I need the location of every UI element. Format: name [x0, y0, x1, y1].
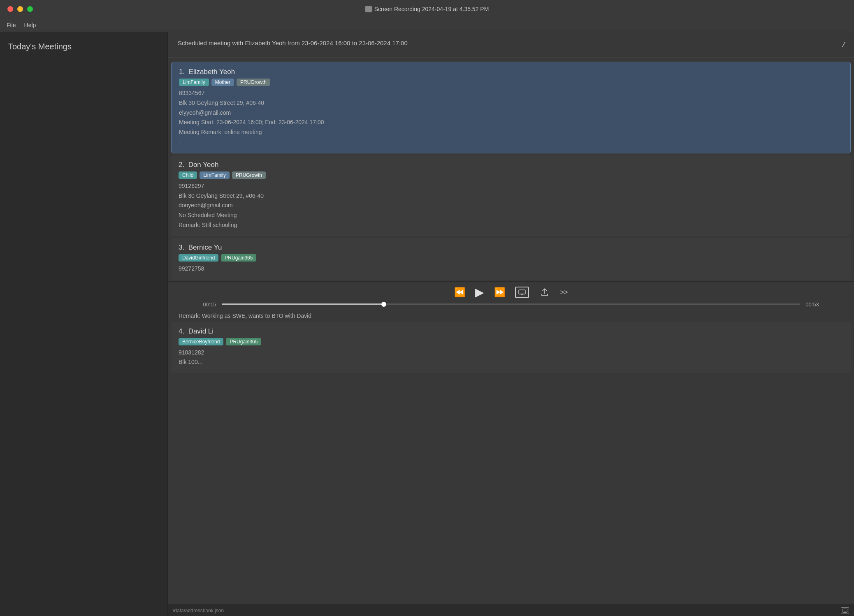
contact-info-3: 99272758 — [179, 264, 843, 274]
contact-tags-3: DavidGirlfriend PRUgain365 — [179, 254, 843, 262]
contact-info-4: 91031282 Blk 100... — [179, 348, 843, 368]
phone-4: 91031282 — [179, 348, 843, 358]
tag-limfamily-2: LimFamily — [200, 171, 230, 179]
maximize-button[interactable] — [27, 6, 33, 12]
contact-info-2: 99126297 Blk 30 Geylang Street 29, #06-4… — [179, 181, 843, 230]
sidebar-title: Today's Meetings — [8, 42, 159, 51]
minimize-button[interactable] — [17, 6, 23, 12]
tag-berniceboy: BerniceBoyfriend — [179, 338, 223, 345]
email-1: elyyeoh@gmail.com — [179, 108, 843, 118]
contact-tags-1: LimFamily Mother PRUGrowth — [179, 79, 843, 86]
tag-davidgf: DavidGirlfriend — [179, 254, 218, 262]
total-time: 00:53 — [805, 301, 820, 308]
titlebar: Screen Recording 2024-04-19 at 4.35.52 P… — [0, 0, 854, 18]
meeting-time-1: Meeting Start: 23-06-2024 16:00; End: 23… — [179, 118, 843, 127]
tag-limfamily: LimFamily — [179, 79, 209, 86]
meeting-remark-1: Meeting Remark: online meeting — [179, 127, 843, 137]
contact-card-1[interactable]: 1. Elizabeth Yeoh LimFamily Mother PRUGr… — [171, 62, 851, 153]
email-2: donyeoh@gmail.com — [179, 201, 843, 211]
statusbar-path: /data/addressbook.json — [173, 608, 224, 614]
address-1: Blk 30 Geylang Street 29, #06-40 — [179, 98, 843, 108]
more-button[interactable]: >> — [560, 289, 568, 296]
tag-child: Child — [179, 171, 197, 179]
extra-1: - — [179, 137, 843, 147]
svg-rect-0 — [519, 290, 525, 294]
play-button[interactable]: ▶ — [475, 287, 484, 298]
svg-rect-2 — [843, 609, 847, 612]
contact-card-4[interactable]: 4. David Li BerniceBoyfriend PRUgain365 … — [171, 322, 851, 373]
tag-prugrowth-2: PRUGrowth — [232, 171, 266, 179]
contact-card-2[interactable]: 2. Don Yeoh Child LimFamily PRUGrowth 99… — [171, 155, 851, 236]
menubar: File Help — [0, 18, 854, 32]
svg-marker-1 — [520, 294, 524, 295]
cursor-icon: 𝐼 — [842, 40, 844, 49]
media-controls: ⏪ ▶ ⏩ >> — [454, 287, 568, 298]
tag-prugain-4: PRUgain365 — [226, 338, 261, 345]
contact-name-2: 2. Don Yeoh — [179, 161, 843, 169]
share-button[interactable] — [539, 287, 550, 298]
sidebar: Today's Meetings — [0, 32, 168, 616]
rewind-button[interactable]: ⏪ — [454, 288, 465, 297]
contact-remark-3: Remark: Working as SWE, wants to BTO wit… — [168, 311, 854, 322]
menu-help[interactable]: Help — [24, 22, 36, 28]
fast-forward-button[interactable]: ⏩ — [494, 288, 505, 297]
contact-tags-2: Child LimFamily PRUGrowth — [179, 171, 843, 179]
statusbar: /data/addressbook.json — [168, 604, 854, 616]
phone-1: 89334567 — [179, 88, 843, 98]
tag-prugain: PRUgain365 — [221, 254, 256, 262]
expand-button[interactable] — [841, 607, 849, 614]
media-player: ⏪ ▶ ⏩ >> — [168, 281, 854, 311]
meeting-remark-2: Remark: Still schooling — [179, 220, 843, 230]
window-title: Screen Recording 2024-04-19 at 4.35.52 P… — [365, 6, 489, 12]
contact-name-1: 1. Elizabeth Yeoh — [179, 68, 843, 76]
progress-track[interactable] — [222, 303, 800, 305]
progress-thumb — [381, 302, 386, 307]
tag-prugrowth: PRUGrowth — [237, 79, 270, 86]
contact-tags-4: BerniceBoyfriend PRUgain365 — [179, 338, 843, 345]
phone-2: 99126297 — [179, 181, 843, 191]
content-area: 𝐼 Scheduled meeting with Elizabeth Yeoh … — [168, 32, 854, 616]
phone-3: 99272758 — [179, 264, 843, 274]
close-button[interactable] — [7, 6, 13, 12]
contact-name-3: 3. Bernice Yu — [179, 243, 843, 252]
contacts-list: 1. Elizabeth Yeoh LimFamily Mother PRUGr… — [168, 58, 854, 604]
app-icon — [365, 6, 372, 12]
menu-file[interactable]: File — [7, 22, 16, 28]
traffic-buttons — [7, 6, 33, 12]
meeting-time-2: No Scheduled Meeting — [179, 211, 843, 220]
address-4: Blk 100... — [179, 357, 843, 367]
airplay-button[interactable] — [515, 287, 529, 298]
notification-text: Scheduled meeting with Elizabeth Yeoh fr… — [178, 39, 844, 47]
current-time: 00:15 — [202, 301, 217, 308]
contact-info-1: 89334567 Blk 30 Geylang Street 29, #06-4… — [179, 88, 843, 147]
main-layout: Today's Meetings 𝐼 Scheduled meeting wit… — [0, 32, 854, 616]
contact-card-3[interactable]: 3. Bernice Yu DavidGirlfriend PRUgain365… — [171, 238, 851, 280]
tag-mother: Mother — [211, 79, 234, 86]
progress-fill — [222, 303, 383, 305]
progress-row: 00:15 00:53 — [202, 301, 819, 308]
contact-name-4: 4. David Li — [179, 327, 843, 336]
notification-bar: 𝐼 Scheduled meeting with Elizabeth Yeoh … — [168, 32, 854, 58]
address-2: Blk 30 Geylang Street 29, #06-40 — [179, 191, 843, 201]
